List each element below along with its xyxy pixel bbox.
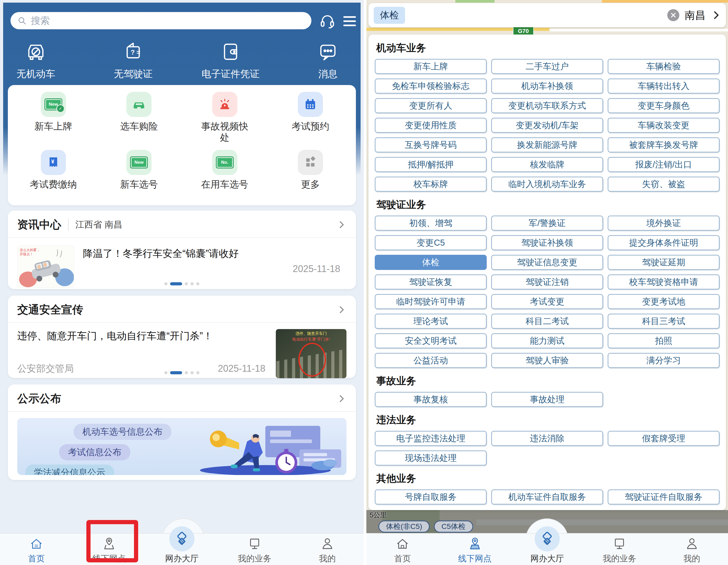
tab-profile[interactable]: 我的	[656, 534, 728, 565]
service-button[interactable]: 科目二考试	[491, 313, 603, 329]
service-button[interactable]: 军/警换证	[491, 216, 603, 231]
announcements-card: 公示公布 机动车选号信息公布 考试信息公布 学法减分信息公示	[8, 384, 356, 480]
tab-online-hall[interactable]: 网办大厅	[511, 534, 583, 565]
service-button[interactable]: 驾驶人审验	[491, 353, 603, 368]
service-button[interactable]: 换发新能源号牌	[491, 137, 603, 153]
service-button[interactable]: 车辆检验	[608, 59, 720, 74]
service-button[interactable]: 车辆改装变更	[608, 118, 720, 133]
tab-home[interactable]: 首页	[366, 534, 439, 565]
service-button[interactable]: 假套牌受理	[608, 431, 720, 446]
service-button[interactable]: 科目三考试	[608, 313, 720, 329]
service-button[interactable]: 提交身体条件证明	[608, 235, 720, 250]
grid-item-inuse-car-number[interactable]: No. 在用车选号	[182, 150, 268, 190]
service-button[interactable]: 临时入境机动车业务	[491, 177, 603, 192]
service-button[interactable]: 变更所有人	[375, 98, 487, 113]
service-button[interactable]: 变更C5	[375, 235, 487, 250]
grid-item-new-car-number[interactable]: New 新车选号	[96, 150, 182, 190]
tab-my-business[interactable]: 我的业务	[218, 534, 291, 565]
service-button[interactable]: 机动车补换领	[491, 79, 603, 94]
menu-icon[interactable]	[342, 15, 357, 28]
service-button[interactable]: 互换号牌号码	[375, 137, 487, 153]
service-button[interactable]: 核发临牌	[491, 157, 603, 172]
service-button[interactable]: 满分学习	[608, 353, 720, 368]
service-button[interactable]: 驾驶证证件自取服务	[608, 489, 720, 505]
service-button[interactable]: 初领、增驾	[375, 216, 487, 231]
quick-action-ecredentials[interactable]: 电子证件凭证	[198, 39, 263, 81]
section-title: 其他业务	[376, 472, 718, 485]
announcements-banner[interactable]: 机动车选号信息公布 考试信息公布 学法减分信息公示	[17, 418, 346, 475]
service-button[interactable]: 变更发动机/车架	[491, 118, 603, 133]
service-button[interactable]: 驾驶证注销	[491, 275, 603, 289]
filter-pill-c5-tijian[interactable]: C5体检	[434, 521, 473, 533]
service-button[interactable]: 驾驶证延期	[608, 255, 720, 270]
service-button[interactable]: 安全文明考试	[375, 333, 487, 348]
grid-item-exam-fee[interactable]: ¥ 考试费缴纳	[10, 150, 96, 190]
service-button[interactable]: 事故复核	[375, 392, 487, 407]
service-button[interactable]: 事故处理	[491, 392, 603, 407]
service-button[interactable]: 现场违法处理	[375, 450, 487, 466]
search-input[interactable]: 搜索	[10, 12, 311, 29]
tab-online-hall[interactable]: 网办大厅	[145, 534, 218, 565]
customer-service-icon[interactable]	[319, 13, 335, 29]
quick-action-no-vehicle[interactable]: 无机动车	[3, 39, 69, 81]
chevron-right-icon[interactable]	[711, 10, 721, 20]
service-button[interactable]: 驾驶证补换领	[491, 235, 603, 250]
map-scale-label: 5公里	[369, 511, 387, 520]
service-button[interactable]: 校车驾驶资格申请	[608, 275, 720, 289]
search-placeholder: 搜索	[31, 14, 50, 27]
service-button[interactable]: 境外换证	[608, 216, 720, 231]
banner-pill: 学法减分信息公示	[25, 464, 114, 475]
service-button[interactable]: 抵押/解抵押	[375, 157, 487, 172]
tabbar-left: 首页 线下网点 网办大厅 我的业务 我的	[0, 533, 364, 565]
service-button[interactable]: 变更使用性质	[375, 118, 487, 133]
tab-home[interactable]: 首页	[0, 534, 73, 565]
branch-search-bar[interactable]: 体检 南昌	[368, 3, 726, 27]
safety-article[interactable]: 违停、随意开车门，电动自行车遭“开门杀”！ 公安部交管局 2025-11-18 …	[8, 323, 356, 378]
service-button[interactable]: 报废/注销/出口	[608, 157, 720, 172]
service-button[interactable]: 失窃、被盗	[608, 177, 720, 192]
news-article[interactable]: 这么大的雾，开慢点！ 降温了！冬季行车安全“锦囊”请收好	[8, 238, 356, 287]
tab-my-business[interactable]: 我的业务	[583, 534, 656, 565]
service-button[interactable]: 体检	[375, 255, 487, 270]
service-button[interactable]: 临时驾驶许可申请	[375, 294, 487, 309]
filter-pill-tijian-feic5[interactable]: 体检(非C5)	[378, 521, 430, 533]
quick-action-no-license[interactable]: ? = 无驾驶证	[100, 39, 166, 81]
service-button[interactable]: 考试变更	[491, 294, 603, 309]
plate-no-icon: No.	[212, 150, 237, 175]
service-button[interactable]: 驾驶证恢复	[375, 275, 487, 289]
service-button[interactable]: 免检车申领检验标志	[375, 79, 487, 94]
tab-profile[interactable]: 我的	[291, 534, 364, 565]
clear-icon[interactable]	[667, 9, 679, 21]
chevron-right-icon[interactable]	[337, 220, 346, 230]
service-button[interactable]: 变更机动车联系方式	[491, 98, 603, 113]
service-button[interactable]: 变更考试地	[608, 294, 720, 309]
grid-item-new-car-plate[interactable]: New✓ 新车上牌	[10, 92, 96, 143]
service-button[interactable]: 拍照	[608, 333, 720, 348]
announcement-illustration	[187, 418, 344, 475]
service-button[interactable]: 被套牌车换发号牌	[608, 137, 720, 153]
service-button[interactable]: 驾驶证信息变更	[491, 255, 603, 270]
service-button[interactable]: 机动车证件自取服务	[491, 489, 603, 505]
chevron-right-icon[interactable]	[337, 394, 346, 404]
svg-text:¥: ¥	[51, 158, 54, 165]
service-button[interactable]: 二手车过户	[491, 59, 603, 74]
service-button[interactable]: 违法消除	[491, 431, 603, 446]
service-button[interactable]: 号牌自取服务	[375, 489, 487, 505]
collapse-button[interactable]: 收起	[375, 510, 720, 510]
service-button[interactable]: 电子监控违法处理	[375, 431, 487, 446]
service-button[interactable]: 能力测试	[491, 333, 603, 348]
grid-item-more[interactable]: 更多	[268, 150, 354, 190]
service-button[interactable]: 变更车身颜色	[608, 98, 720, 113]
city-selector[interactable]: 南昌	[685, 8, 705, 23]
grid-item-accident-video[interactable]: 事故视频快处	[182, 92, 268, 143]
quick-action-messages[interactable]: 消息	[295, 39, 361, 81]
service-button[interactable]: 公益活动	[375, 353, 487, 368]
service-button[interactable]: 车辆转出转入	[608, 79, 720, 94]
grid-item-exam-booking[interactable]: 考试预约	[268, 92, 354, 143]
service-button[interactable]: 理论考试	[375, 313, 487, 329]
tab-offline-branches[interactable]: 线下网点	[439, 534, 511, 565]
service-button[interactable]: 校车标牌	[375, 177, 487, 192]
service-button[interactable]: 新车上牌	[375, 59, 487, 74]
grid-item-car-purchase[interactable]: 选车购险	[96, 92, 182, 143]
chevron-right-icon[interactable]	[337, 305, 346, 315]
